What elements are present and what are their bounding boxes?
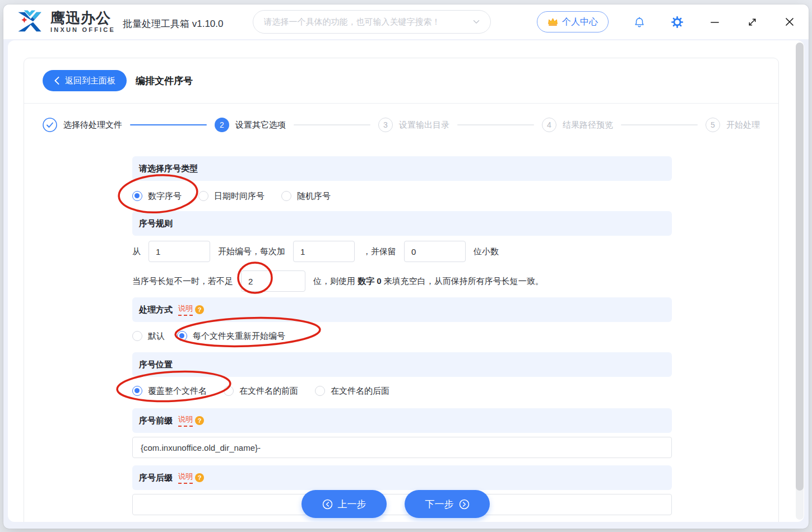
serial-suffix-input[interactable]	[132, 494, 672, 515]
previous-step-button[interactable]: 上一步	[301, 490, 387, 518]
radio-datetime-serial[interactable]: 日期时间序号	[198, 191, 265, 202]
radio-icon[interactable]	[315, 386, 325, 396]
function-search-select[interactable]: 请选择一个具体的功能，也可输入关键字搜索！	[253, 10, 491, 34]
app-window: 鹰迅办公 INXUN OFFICE 批量处理工具箱 v1.10.0 请选择一个具…	[3, 4, 809, 529]
serial-prefix-input[interactable]	[132, 437, 672, 458]
chevron-left-icon	[54, 76, 60, 85]
step-label: 设置其它选项	[235, 120, 286, 130]
section-header-serial-suffix: 序号后缀 说明 ?	[132, 465, 672, 490]
section-title: 请选择序号类型	[139, 164, 198, 174]
app-name: 鹰迅办公	[50, 11, 115, 25]
radio-label: 覆盖整个文件名	[148, 386, 207, 396]
step-number: 5	[706, 118, 720, 132]
step-5-start-processing: 5 开始处理	[706, 118, 760, 132]
maximize-button[interactable]	[745, 15, 759, 29]
increment-input[interactable]	[293, 241, 355, 262]
card-header: 返回到主面板 编排文件序号	[24, 58, 778, 104]
logo-x-icon	[15, 8, 45, 35]
step-connector	[130, 124, 207, 125]
radio-icon[interactable]	[281, 191, 291, 201]
minimize-button[interactable]	[708, 15, 721, 29]
search-placeholder: 请选择一个具体的功能，也可输入关键字搜索！	[264, 17, 471, 27]
radio-icon[interactable]	[224, 386, 234, 396]
section-title: 序号后缀	[139, 473, 173, 483]
pad-prefix-label: 当序号长短不一时，若不足	[132, 276, 233, 287]
step-number: 4	[542, 118, 556, 132]
page-title: 编排文件序号	[136, 74, 193, 87]
step-2-other-options: 2 设置其它选项	[215, 118, 286, 132]
suffix-input-row	[132, 494, 672, 515]
pad-bold-text: 数字 0	[358, 276, 382, 286]
serial-position-radio-group: 覆盖整个文件名 在文件名的前面 在文件名的后面	[132, 377, 672, 405]
help-question-icon[interactable]: ?	[195, 473, 204, 482]
main-panel: 返回到主面板 编排文件序号 选择待处理文件 2 设置其它选项	[8, 40, 804, 522]
radio-numeric-serial[interactable]: 数字序号	[132, 191, 182, 202]
radio-label: 日期时间序号	[214, 191, 265, 202]
prefix-help-link[interactable]: 说明	[178, 414, 193, 427]
serial-type-radio-group: 数字序号 日期时间序号 随机序号	[132, 181, 672, 211]
step-3-output-dir: 3 设置输出目录	[378, 118, 449, 132]
keep-label: ，并保留	[363, 246, 396, 257]
radio-restart-per-folder[interactable]: 每个文件夹重新开始编号	[177, 331, 285, 342]
radio-selected-icon[interactable]	[177, 331, 187, 341]
section-title: 处理方式	[139, 305, 173, 315]
start-number-input[interactable]	[149, 241, 210, 262]
section-header-serial-position: 序号位置	[132, 352, 672, 377]
titlebar-actions: 个人中心	[537, 11, 796, 32]
back-button-label: 返回到主面板	[65, 76, 115, 86]
chevron-down-icon	[471, 17, 481, 27]
previous-step-label: 上一步	[338, 498, 366, 511]
pad-mid-label: 位，则使用 数字 0 来填充空白，从而保持所有序号长短一致。	[313, 276, 544, 287]
vertical-scrollbar-track[interactable]	[796, 43, 804, 520]
logo-text: 鹰迅办公 INXUN OFFICE	[50, 11, 115, 33]
step-number: 3	[378, 118, 393, 132]
back-to-dashboard-button[interactable]: 返回到主面板	[43, 70, 127, 91]
user-center-label: 个人中心	[562, 16, 598, 28]
help-question-icon[interactable]: ?	[195, 416, 204, 425]
vertical-scrollbar-thumb[interactable]	[796, 43, 804, 491]
user-center-button[interactable]: 个人中心	[537, 11, 609, 32]
section-header-serial-rule: 序号规则	[132, 211, 672, 236]
app-subtitle: 批量处理工具箱 v1.10.0	[123, 17, 224, 30]
section-header-serial-prefix: 序号前缀 说明 ?	[132, 408, 672, 433]
step-indicator: 选择待处理文件 2 设置其它选项 3 设置输出目录 4 结果路径预览	[24, 104, 778, 146]
serial-rule-row-2: 当序号长短不一时，若不足 位，则使用 数字 0 来填充空白，从而保持所有序号长短…	[132, 267, 672, 295]
radio-label: 每个文件夹重新开始编号	[193, 331, 285, 342]
radio-random-serial[interactable]: 随机序号	[281, 191, 331, 202]
step-number: 2	[215, 118, 229, 132]
step-label: 设置输出目录	[399, 120, 449, 130]
radio-selected-icon[interactable]	[132, 386, 142, 396]
settings-gear-icon[interactable]	[670, 15, 684, 29]
step-label-text: 开始编号，每次加	[218, 246, 285, 257]
notifications-bell-icon[interactable]	[633, 15, 646, 29]
help-question-icon[interactable]: ?	[195, 305, 204, 314]
suffix-help-link[interactable]: 说明	[178, 472, 193, 484]
pad-length-input[interactable]	[241, 270, 305, 292]
crown-icon	[547, 17, 558, 26]
section-title: 序号规则	[139, 218, 173, 229]
radio-icon[interactable]	[198, 191, 208, 201]
check-circle-icon	[43, 118, 57, 132]
circle-arrow-left-icon	[322, 499, 333, 510]
radio-label: 在文件名的后面	[331, 386, 389, 396]
radio-icon[interactable]	[132, 331, 142, 341]
radio-overwrite-filename[interactable]: 覆盖整个文件名	[132, 386, 207, 396]
close-button[interactable]	[783, 15, 796, 29]
prefix-input-row	[132, 437, 672, 458]
radio-label: 随机序号	[297, 191, 331, 202]
process-mode-help-link[interactable]: 说明	[178, 304, 193, 316]
wizard-card: 返回到主面板 编排文件序号 选择待处理文件 2 设置其它选项	[24, 58, 779, 522]
title-bar: 鹰迅办公 INXUN OFFICE 批量处理工具箱 v1.10.0 请选择一个具…	[3, 4, 809, 39]
radio-label: 数字序号	[148, 191, 182, 202]
radio-selected-icon[interactable]	[132, 191, 142, 201]
radio-after-filename[interactable]: 在文件名的后面	[315, 386, 389, 396]
radio-before-filename[interactable]: 在文件名的前面	[224, 386, 298, 396]
step-1-select-files: 选择待处理文件	[43, 118, 122, 132]
next-step-button[interactable]: 下一步	[405, 490, 490, 518]
process-mode-radio-group: 默认 每个文件夹重新开始编号	[132, 322, 672, 350]
from-label: 从	[132, 246, 141, 257]
section-title: 序号位置	[139, 360, 173, 370]
radio-default-mode[interactable]: 默认	[132, 331, 165, 342]
decimal-places-input[interactable]	[404, 241, 466, 262]
section-header-serial-type: 请选择序号类型	[132, 156, 672, 181]
